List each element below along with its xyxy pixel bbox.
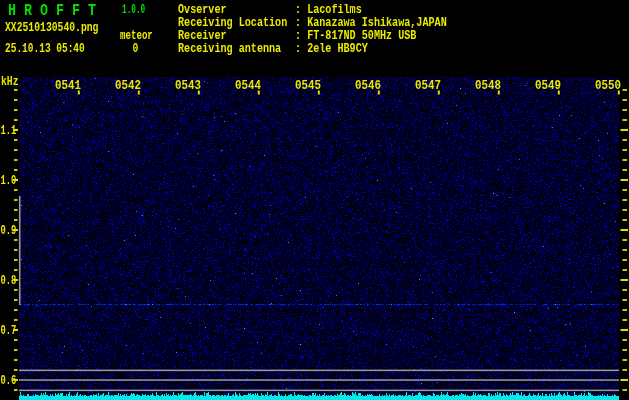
svg-text:meteor: meteor: [120, 28, 153, 42]
svg-text:0.9: 0.9: [1, 223, 17, 237]
svg-text:: Kanazawa Ishikawa,JAPAN: : Kanazawa Ishikawa,JAPAN: [295, 16, 447, 29]
svg-text:1.0: 1.0: [1, 173, 17, 187]
svg-text:Ovserver: Ovserver: [178, 3, 227, 16]
svg-text:0548: 0548: [475, 78, 501, 93]
svg-text:1.0.0: 1.0.0: [122, 2, 145, 16]
svg-text:: Lacofilms: : Lacofilms: [295, 3, 362, 16]
svg-text:0547: 0547: [415, 78, 441, 93]
svg-text:H R O F F T: H R O F F T: [8, 2, 96, 19]
svg-text:: 2ele HB9CY: : 2ele HB9CY: [295, 42, 368, 55]
svg-text:: FT-817ND 50MHz USB: : FT-817ND 50MHz USB: [295, 29, 417, 42]
svg-text:0.7: 0.7: [1, 323, 17, 337]
svg-text:Receiving antenna: Receiving antenna: [178, 42, 281, 55]
svg-text:0542: 0542: [115, 78, 141, 93]
svg-text:Receiving Location: Receiving Location: [178, 16, 287, 29]
svg-text:XX2510130540.png: XX2510130540.png: [5, 21, 99, 34]
svg-text:Receiver: Receiver: [178, 29, 227, 42]
svg-text:0.6: 0.6: [1, 373, 17, 387]
svg-text:0.8: 0.8: [1, 273, 17, 287]
svg-text:0549: 0549: [535, 78, 561, 93]
svg-text:25.10.13 05:40: 25.10.13 05:40: [5, 42, 85, 56]
svg-text:0550: 0550: [595, 78, 621, 93]
svg-text:0545: 0545: [295, 78, 321, 93]
svg-text:1.1: 1.1: [1, 123, 17, 137]
svg-text:0543: 0543: [175, 78, 201, 93]
svg-text:0541: 0541: [55, 78, 81, 93]
svg-text:0544: 0544: [235, 78, 261, 93]
svg-text:0: 0: [133, 42, 139, 55]
svg-text:0546: 0546: [355, 78, 381, 93]
svg-text:kHz: kHz: [1, 74, 19, 87]
